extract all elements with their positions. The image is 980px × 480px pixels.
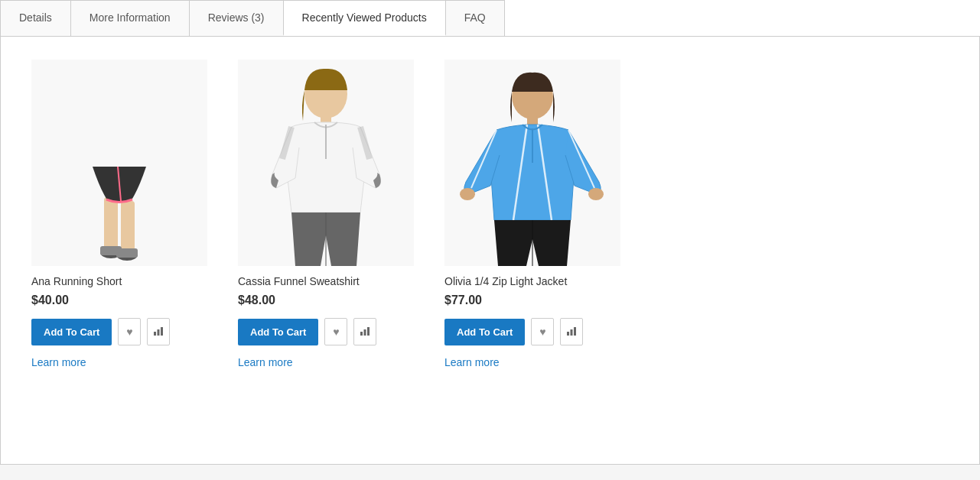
svg-rect-30 [571, 329, 573, 336]
svg-point-28 [588, 188, 604, 200]
product-actions-3: Add To Cart [444, 318, 583, 345]
chart-icon-1 [153, 326, 164, 339]
svg-rect-0 [31, 60, 207, 266]
svg-rect-17 [367, 327, 370, 336]
svg-rect-29 [567, 332, 569, 336]
add-to-cart-button-1[interactable]: Add To Cart [31, 319, 112, 345]
compare-button-3[interactable] [560, 318, 583, 345]
product-price-3: $77.00 [444, 294, 482, 307]
svg-rect-1 [104, 197, 118, 251]
svg-point-27 [460, 188, 475, 200]
tab-content-recently-viewed: Ana Running Short $40.00 Add To Cart [0, 37, 980, 465]
tab-more-information[interactable]: More Information [70, 0, 190, 36]
product-card-3: Olivia 1/4 Zip Light Jacket $77.00 Add T… [444, 60, 620, 368]
product-actions-1: Add To Cart [31, 318, 170, 345]
add-to-cart-button-2[interactable]: Add To Cart [238, 319, 318, 345]
svg-rect-6 [116, 248, 138, 258]
learn-more-link-3[interactable]: Learn more [444, 356, 500, 368]
product-image-2 [238, 60, 414, 266]
products-grid: Ana Running Short $40.00 Add To Cart [31, 60, 949, 368]
svg-rect-9 [161, 327, 163, 336]
svg-rect-31 [574, 327, 576, 336]
svg-rect-8 [158, 329, 160, 336]
learn-more-link-1[interactable]: Learn more [31, 356, 86, 368]
product-image-1 [31, 60, 207, 266]
product-price-1: $40.00 [31, 294, 69, 307]
product-card-1: Ana Running Short $40.00 Add To Cart [31, 60, 207, 368]
wishlist-button-1[interactable] [118, 318, 141, 345]
chart-icon-3 [566, 326, 577, 339]
tabs-nav: Details More Information Reviews (3) Rec… [0, 0, 980, 37]
learn-more-link-2[interactable]: Learn more [238, 356, 293, 368]
heart-icon-3 [539, 326, 545, 338]
product-name-3: Olivia 1/4 Zip Light Jacket [444, 275, 567, 287]
product-card-2: Cassia Funnel Sweatshirt $48.00 Add To C… [238, 60, 414, 368]
tab-recently-viewed[interactable]: Recently Viewed Products [283, 0, 446, 36]
product-image-3 [444, 60, 620, 266]
product-name-2: Cassia Funnel Sweatshirt [238, 275, 360, 287]
page-wrapper: Details More Information Reviews (3) Rec… [0, 0, 980, 465]
wishlist-button-3[interactable] [531, 318, 554, 345]
heart-icon-2 [333, 326, 339, 338]
svg-rect-15 [360, 332, 363, 336]
product-price-2: $48.00 [238, 294, 275, 307]
chart-icon-2 [360, 326, 370, 339]
tab-faq[interactable]: FAQ [445, 0, 505, 36]
tab-details[interactable]: Details [0, 0, 71, 36]
product-name-1: Ana Running Short [31, 275, 122, 287]
product-actions-2: Add To Cart [238, 318, 376, 345]
svg-rect-2 [121, 201, 135, 251]
add-to-cart-button-3[interactable]: Add To Cart [444, 319, 525, 345]
compare-button-2[interactable] [353, 318, 376, 345]
svg-rect-16 [364, 329, 366, 336]
compare-button-1[interactable] [147, 318, 170, 345]
heart-icon-1 [126, 326, 132, 338]
wishlist-button-2[interactable] [324, 318, 347, 345]
tab-reviews[interactable]: Reviews (3) [189, 0, 284, 36]
svg-rect-7 [154, 332, 156, 336]
